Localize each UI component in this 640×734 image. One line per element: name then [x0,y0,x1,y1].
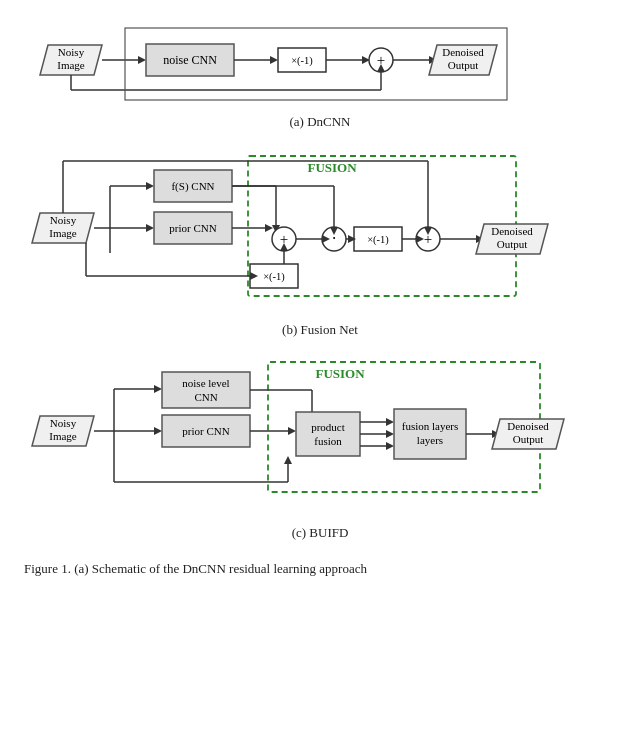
svg-text:×(-1): ×(-1) [263,271,285,283]
svg-marker-96 [288,427,296,435]
svg-text:product: product [311,421,345,433]
fusion-label-buifd: FUSION [315,366,365,381]
svg-text:fusion: fusion [314,435,342,447]
svg-text:Denoised: Denoised [442,46,484,58]
svg-text:Image: Image [49,227,77,239]
svg-marker-30 [146,224,154,232]
svg-marker-7 [270,56,278,64]
svg-text:Output: Output [448,59,479,71]
dncnn-caption: (a) DnCNN [289,114,350,130]
svg-text:Image: Image [49,430,77,442]
svg-text:CNN: CNN [194,391,217,403]
svg-rect-97 [296,412,360,456]
figure-caption: Figure 1. (a) Schematic of the DnCNN res… [20,561,620,577]
fusion-label-fn: FUSION [307,160,357,175]
svg-text:×(-1): ×(-1) [367,234,389,246]
svg-marker-4 [138,56,146,64]
buifd-diagram: Noisy Image noise level CNN prior CNN FU… [30,354,610,519]
svg-text:noise level: noise level [182,377,229,389]
svg-text:prior CNN: prior CNN [182,425,229,437]
fusionnet-caption: (b) Fusion Net [282,322,358,338]
fs-cnn-label: f(S) CNN [171,180,214,193]
buifd-caption: (c) BUIFD [292,525,349,541]
svg-text:Image: Image [57,59,85,71]
svg-text:Noisy: Noisy [50,214,77,226]
fusionnet-diagram: Noisy Image f(S) CNN prior CNN FUSION + [30,146,610,316]
dncnn-section: Noisy Image noise CNN ×(-1) + Denoised O… [10,18,630,136]
buifd-section: Noisy Image noise level CNN prior CNN FU… [10,354,630,547]
svg-marker-101 [386,418,394,426]
fusion-layers-label: fusion layers [402,420,459,432]
svg-text:Denoised: Denoised [491,225,533,237]
svg-text:Denoised: Denoised [507,420,549,432]
svg-marker-105 [386,442,394,450]
svg-text:layers: layers [417,434,443,446]
svg-text:Output: Output [513,433,544,445]
svg-text:Noisy: Noisy [50,417,77,429]
svg-text:Output: Output [497,238,528,250]
svg-text:Noisy: Noisy [58,46,85,58]
noise-cnn-label: noise CNN [163,53,217,67]
fusionnet-section: Noisy Image f(S) CNN prior CNN FUSION + [10,146,630,344]
svg-marker-103 [386,430,394,438]
prior-cnn-label: prior CNN [169,222,216,234]
mult-neg1-label: ×(-1) [291,55,313,67]
svg-marker-90 [284,456,292,464]
svg-marker-28 [146,182,154,190]
svg-marker-81 [154,427,162,435]
svg-marker-38 [265,224,273,232]
dncnn-diagram: Noisy Image noise CNN ×(-1) + Denoised O… [30,18,610,108]
svg-marker-79 [154,385,162,393]
